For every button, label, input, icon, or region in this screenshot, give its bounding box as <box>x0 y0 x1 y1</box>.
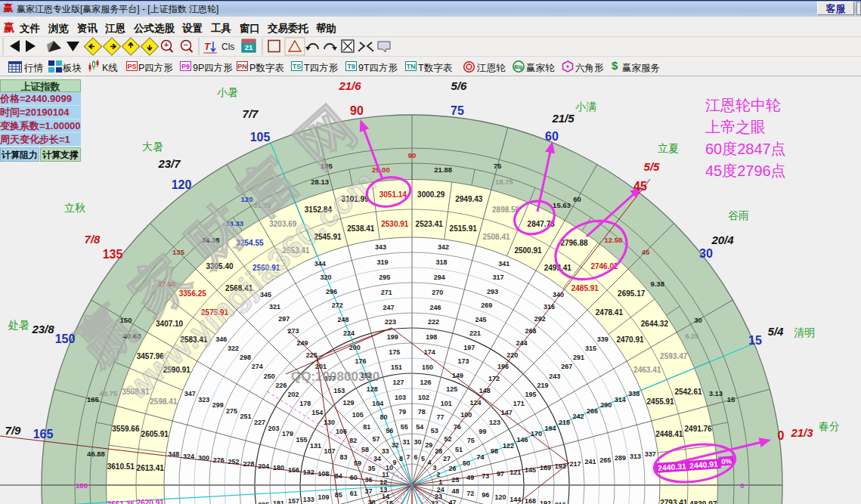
svg-text:298: 298 <box>240 354 251 361</box>
svg-text:248: 248 <box>337 316 348 323</box>
svg-text:174: 174 <box>424 348 435 356</box>
svg-text:51: 51 <box>455 446 463 453</box>
svg-text:169: 169 <box>540 464 551 472</box>
svg-text:45度2796点: 45度2796点 <box>705 162 786 179</box>
svg-text:97: 97 <box>497 470 504 478</box>
svg-text:+: + <box>164 41 169 49</box>
svg-text:0%: 0% <box>721 456 732 465</box>
svg-text:21.88: 21.88 <box>434 165 452 174</box>
svg-text:7/9: 7/9 <box>5 424 22 437</box>
svg-text:297: 297 <box>278 315 290 323</box>
svg-text:344: 344 <box>314 260 326 267</box>
svg-text:61: 61 <box>350 490 358 497</box>
svg-text:294: 294 <box>434 274 445 281</box>
svg-text:3661.36: 3661.36 <box>107 500 135 504</box>
svg-text:90: 90 <box>350 104 364 117</box>
svg-text:60: 60 <box>573 195 581 203</box>
svg-text:21/6: 21/6 <box>338 79 361 92</box>
svg-text:204: 204 <box>258 462 269 470</box>
svg-text:12: 12 <box>379 478 387 486</box>
svg-text:154: 154 <box>311 409 323 416</box>
svg-text:2593.47: 2593.47 <box>660 352 688 360</box>
svg-text:218: 218 <box>559 419 570 426</box>
svg-text:18.75: 18.75 <box>495 178 513 186</box>
svg-text:318: 318 <box>435 258 447 266</box>
svg-text:170: 170 <box>531 430 542 438</box>
svg-text:199: 199 <box>387 333 398 341</box>
svg-text:147: 147 <box>501 409 513 416</box>
svg-text:217: 217 <box>570 460 581 468</box>
svg-text:78: 78 <box>418 408 426 416</box>
svg-text:247: 247 <box>382 304 394 311</box>
svg-text:35: 35 <box>367 465 375 472</box>
svg-text:3.13: 3.13 <box>709 389 723 397</box>
svg-text:268: 268 <box>525 327 537 335</box>
svg-text:84: 84 <box>335 472 342 480</box>
svg-text:2613.41: 2613.41 <box>137 464 165 472</box>
svg-text:203: 203 <box>268 425 280 432</box>
svg-text:25: 25 <box>451 476 459 484</box>
svg-text:72: 72 <box>466 490 474 497</box>
svg-text:270: 270 <box>432 289 443 296</box>
svg-text:43.75: 43.75 <box>99 389 117 397</box>
svg-text:347: 347 <box>184 390 196 397</box>
svg-text:180: 180 <box>273 464 284 472</box>
svg-text:38: 38 <box>367 499 375 504</box>
svg-text:105: 105 <box>250 131 271 144</box>
svg-text:148: 148 <box>479 387 491 394</box>
svg-text:77: 77 <box>436 413 444 421</box>
svg-text:31: 31 <box>402 438 410 446</box>
svg-text:252: 252 <box>228 458 239 465</box>
svg-text:341: 341 <box>498 260 509 267</box>
svg-text:13: 13 <box>379 486 387 493</box>
svg-text:131: 131 <box>310 442 321 450</box>
svg-text:2500.91: 2500.91 <box>514 246 542 255</box>
svg-text:322: 322 <box>228 345 239 352</box>
svg-text:100: 100 <box>460 411 472 419</box>
svg-text:314: 314 <box>615 396 626 404</box>
svg-text:222: 222 <box>428 318 439 326</box>
svg-text:269: 269 <box>481 301 492 309</box>
svg-text:120: 120 <box>172 178 192 191</box>
svg-text:21: 21 <box>245 43 253 51</box>
svg-text:337: 337 <box>645 450 656 458</box>
svg-text:46.88: 46.88 <box>87 450 105 458</box>
svg-text:265: 265 <box>599 456 611 464</box>
svg-text:5/4: 5/4 <box>768 325 785 338</box>
svg-text:133: 133 <box>303 496 314 503</box>
svg-text:130: 130 <box>324 419 335 426</box>
svg-text:73: 73 <box>482 472 489 480</box>
svg-text:83: 83 <box>339 453 347 461</box>
svg-text:4: 4 <box>428 459 432 466</box>
svg-text:99: 99 <box>479 428 487 435</box>
svg-text:132: 132 <box>303 468 314 476</box>
svg-text:2538.41: 2538.41 <box>347 224 375 233</box>
svg-text:267: 267 <box>561 363 572 370</box>
svg-text:291: 291 <box>573 354 584 361</box>
svg-text:156: 156 <box>288 466 299 474</box>
svg-text:8: 8 <box>399 455 403 462</box>
svg-text:上帝之眼: 上帝之眼 <box>705 119 766 135</box>
svg-text:241: 241 <box>584 458 596 465</box>
svg-text:32: 32 <box>392 441 399 449</box>
svg-text:55: 55 <box>401 423 408 431</box>
svg-text:168: 168 <box>525 497 536 504</box>
svg-text:173: 173 <box>458 357 469 365</box>
svg-text:192: 192 <box>540 499 551 504</box>
svg-text:3051.14: 3051.14 <box>379 190 407 199</box>
svg-text:290: 290 <box>600 401 612 409</box>
svg-text:2605.91: 2605.91 <box>141 430 169 438</box>
svg-text:56: 56 <box>386 427 393 434</box>
svg-text:33: 33 <box>382 447 389 455</box>
svg-text:2463.41: 2463.41 <box>633 366 661 374</box>
svg-text:28: 28 <box>435 447 442 455</box>
svg-text:23: 23 <box>435 493 442 500</box>
svg-text:316: 316 <box>544 303 555 311</box>
svg-text:145: 145 <box>525 466 536 474</box>
svg-text:227: 227 <box>254 419 265 426</box>
svg-text:193: 193 <box>555 462 566 470</box>
svg-text:48: 48 <box>451 487 459 495</box>
svg-text:126: 126 <box>420 379 431 386</box>
svg-text:338: 338 <box>628 390 640 397</box>
svg-text:3559.66: 3559.66 <box>112 425 140 433</box>
